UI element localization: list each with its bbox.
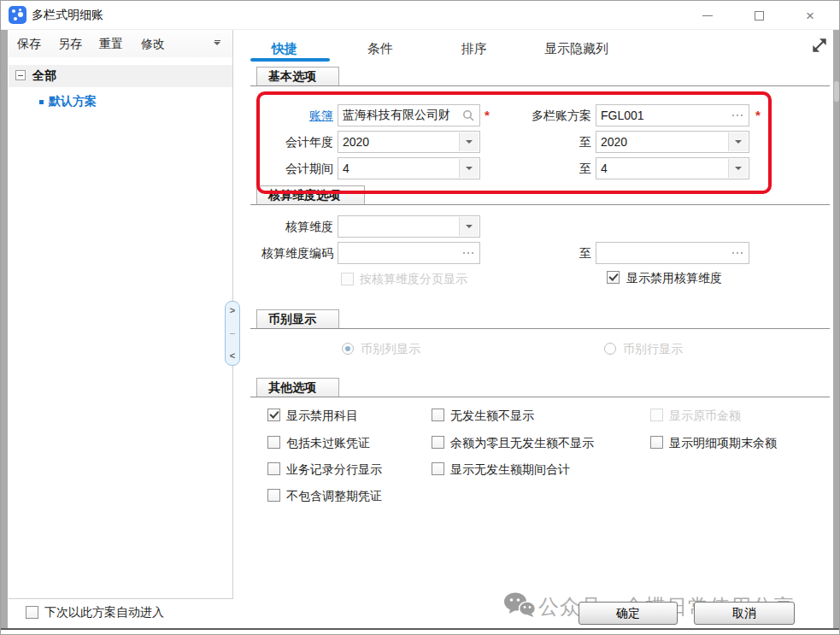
fiscal-year-from-value: 2020	[343, 135, 475, 149]
divider	[250, 328, 830, 329]
hide-no-activity-label[interactable]: 无发生额不显示	[450, 409, 534, 424]
currency-row-radio	[604, 343, 616, 355]
window-border	[0, 0, 840, 635]
dropdown-arrow-icon[interactable]	[728, 159, 748, 178]
to-label: 至	[555, 246, 591, 262]
auto-enter-label[interactable]: 下次以此方案自动进入	[44, 605, 164, 620]
include-unposted-vouchers-label[interactable]: 包括未过账凭证	[286, 436, 370, 451]
ledger-link-label[interactable]: 账簿	[256, 109, 333, 124]
close-button[interactable]: ×	[796, 4, 824, 26]
include-unposted-vouchers-checkbox[interactable]	[267, 436, 280, 449]
show-disabled-dimension-label[interactable]: 显示禁用核算维度	[626, 271, 722, 286]
ellipsis-more-icon[interactable]	[463, 252, 473, 254]
left-edge-strip	[0, 30, 8, 629]
divider	[250, 397, 830, 397]
right-strip-thumb	[834, 81, 839, 102]
modify-button[interactable]: 修改	[141, 37, 165, 52]
tab-condition[interactable]: 条件	[367, 41, 393, 57]
maximize-button[interactable]	[745, 4, 772, 26]
show-no-activity-period-total-label[interactable]: 显示无发生额期间合计	[450, 462, 570, 478]
close-icon: ×	[806, 9, 814, 23]
business-records-split-rows-label[interactable]: 业务记录分行显示	[286, 462, 382, 478]
tab-sort[interactable]: 排序	[461, 41, 487, 57]
fiscal-year-to-select[interactable]: 2020	[596, 131, 749, 153]
hide-no-activity-checkbox[interactable]	[432, 409, 444, 421]
multi-column-scheme-input[interactable]: FGL001	[596, 104, 749, 126]
expand-icon[interactable]	[810, 36, 829, 55]
ledger-value: 蓝海科技有限公司财	[343, 108, 475, 123]
ellipsis-more-icon[interactable]	[732, 115, 743, 116]
tab-quick[interactable]: 快捷	[272, 41, 297, 57]
dimension-select[interactable]	[338, 215, 480, 238]
show-detail-ending-balance-label[interactable]: 显示明细项期末余额	[669, 436, 777, 451]
splitter-handle[interactable]	[230, 333, 235, 334]
chevron-left-icon[interactable]: <	[230, 351, 235, 361]
cancel-button[interactable]: 取消	[694, 602, 795, 625]
required-mark: *	[485, 108, 490, 122]
hide-zero-balance-checkbox[interactable]	[432, 436, 444, 449]
ledger-input[interactable]: 蓝海科技有限公司财	[338, 104, 480, 126]
toolbar-overflow-icon[interactable]	[213, 40, 221, 45]
show-original-currency-label: 显示原币金额	[669, 409, 741, 424]
tree-expander-icon[interactable]	[15, 70, 26, 80]
title-bar: 多栏式明细账 ×	[0, 0, 840, 30]
exclude-adjustment-period-label[interactable]: 不包含调整期凭证	[286, 489, 382, 504]
fiscal-year-label: 会计年度	[256, 135, 333, 150]
divider	[250, 85, 830, 86]
period-to-select[interactable]: 4	[596, 157, 749, 179]
business-records-split-rows-checkbox[interactable]	[267, 462, 280, 475]
period-label: 会计期间	[256, 162, 333, 177]
dropdown-arrow-icon[interactable]	[459, 217, 479, 236]
tab-show-hide-columns[interactable]: 显示隐藏列	[544, 41, 608, 57]
show-disabled-accounts-label[interactable]: 显示禁用科目	[286, 409, 358, 424]
right-edge-strip	[833, 30, 840, 629]
search-icon[interactable]	[462, 109, 475, 122]
ok-button[interactable]: 确定	[579, 602, 678, 625]
hide-zero-balance-label[interactable]: 余额为零且无发生额不显示	[450, 436, 594, 451]
tree-root-label: 全部	[32, 68, 56, 84]
paging-by-dimension-checkbox	[341, 273, 354, 285]
page-title: 多栏式明细账	[32, 8, 103, 23]
currency-column-radio-label: 币别列显示	[361, 342, 420, 357]
left-panel-bottom-divider	[9, 598, 233, 599]
minimize-button[interactable]	[694, 4, 721, 26]
show-disabled-accounts-checkbox[interactable]	[267, 409, 280, 421]
save-button[interactable]: 保存	[17, 37, 41, 52]
dimension-code-label: 核算维度编码	[248, 246, 333, 262]
tree-item-default-scheme[interactable]: 默认方案	[49, 94, 97, 109]
show-detail-ending-balance-checkbox[interactable]	[650, 436, 663, 449]
section-dimension-options: 核算维度选项	[256, 185, 365, 205]
dropdown-arrow-icon[interactable]	[459, 132, 479, 151]
paging-by-dimension-label: 按核算维度分页显示	[360, 272, 467, 287]
tree-child-bullet-icon	[39, 100, 44, 104]
period-from-value: 4	[343, 162, 475, 175]
window-bottom-edge	[0, 628, 840, 630]
fiscal-year-to-value: 2020	[601, 135, 744, 149]
dimension-code-from-input[interactable]	[338, 242, 480, 264]
app-logo-icon	[9, 6, 26, 24]
reset-button[interactable]: 重置	[99, 37, 123, 52]
maximize-icon	[755, 11, 764, 21]
save-as-button[interactable]: 另存	[58, 37, 82, 52]
section-other-options: 其他选项	[256, 378, 339, 397]
ellipsis-more-icon[interactable]	[732, 252, 743, 254]
dropdown-arrow-icon[interactable]	[459, 159, 479, 178]
panel-splitter[interactable]: > <	[225, 301, 240, 366]
period-from-select[interactable]: 4	[338, 157, 480, 179]
chevron-right-icon[interactable]: >	[230, 306, 235, 315]
to-label: 至	[555, 162, 591, 177]
wechat-icon	[502, 591, 537, 619]
dimension-label: 核算维度	[256, 220, 333, 235]
exclude-adjustment-period-checkbox[interactable]	[267, 489, 280, 502]
section-currency-display: 币别显示	[256, 309, 339, 329]
show-no-activity-period-total-checkbox[interactable]	[432, 462, 444, 475]
currency-row-radio-label: 币别行显示	[623, 342, 683, 357]
to-label: 至	[555, 135, 591, 150]
scheme-label: 多栏账方案	[513, 109, 591, 124]
dimension-code-to-input[interactable]	[596, 242, 749, 264]
dropdown-arrow-icon[interactable]	[728, 132, 748, 151]
show-disabled-dimension-checkbox[interactable]	[607, 271, 620, 284]
scheme-value: FGL001	[601, 109, 744, 122]
auto-enter-checkbox[interactable]	[26, 606, 38, 619]
fiscal-year-from-select[interactable]: 2020	[338, 131, 480, 153]
